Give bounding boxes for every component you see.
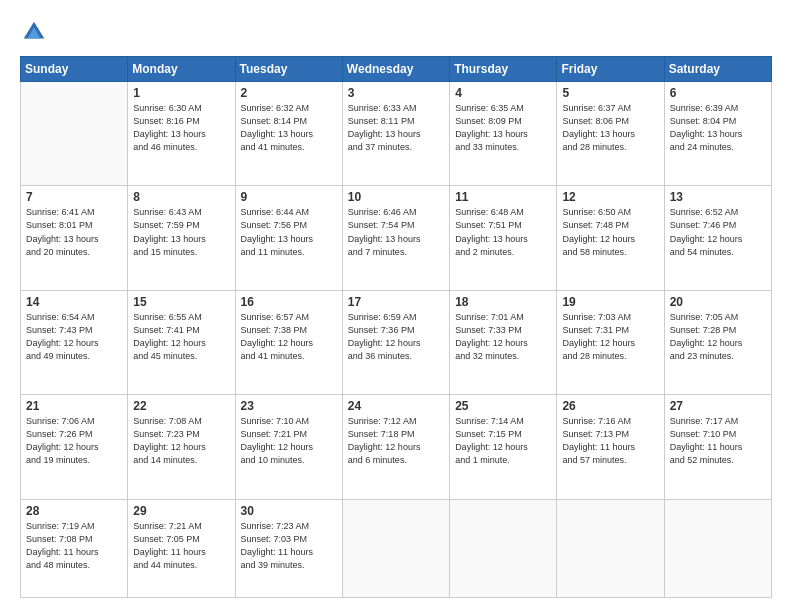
day-info: Sunrise: 7:17 AMSunset: 7:10 PMDaylight:…	[670, 415, 766, 467]
day-info: Sunrise: 6:41 AMSunset: 8:01 PMDaylight:…	[26, 206, 122, 258]
day-info: Sunrise: 6:48 AMSunset: 7:51 PMDaylight:…	[455, 206, 551, 258]
day-number: 19	[562, 295, 658, 309]
day-info: Sunrise: 7:06 AMSunset: 7:26 PMDaylight:…	[26, 415, 122, 467]
calendar-cell: 17Sunrise: 6:59 AMSunset: 7:36 PMDayligh…	[342, 290, 449, 394]
calendar-cell: 15Sunrise: 6:55 AMSunset: 7:41 PMDayligh…	[128, 290, 235, 394]
weekday-header-thursday: Thursday	[450, 57, 557, 82]
calendar-cell	[342, 499, 449, 597]
calendar-cell: 5Sunrise: 6:37 AMSunset: 8:06 PMDaylight…	[557, 82, 664, 186]
calendar-cell: 9Sunrise: 6:44 AMSunset: 7:56 PMDaylight…	[235, 186, 342, 290]
calendar-cell: 24Sunrise: 7:12 AMSunset: 7:18 PMDayligh…	[342, 395, 449, 499]
calendar-cell: 22Sunrise: 7:08 AMSunset: 7:23 PMDayligh…	[128, 395, 235, 499]
calendar-cell: 10Sunrise: 6:46 AMSunset: 7:54 PMDayligh…	[342, 186, 449, 290]
day-number: 3	[348, 86, 444, 100]
calendar-cell: 13Sunrise: 6:52 AMSunset: 7:46 PMDayligh…	[664, 186, 771, 290]
calendar-cell: 16Sunrise: 6:57 AMSunset: 7:38 PMDayligh…	[235, 290, 342, 394]
day-number: 17	[348, 295, 444, 309]
day-number: 7	[26, 190, 122, 204]
weekday-header-sunday: Sunday	[21, 57, 128, 82]
calendar-cell: 1Sunrise: 6:30 AMSunset: 8:16 PMDaylight…	[128, 82, 235, 186]
logo-icon	[20, 18, 48, 46]
calendar-cell: 8Sunrise: 6:43 AMSunset: 7:59 PMDaylight…	[128, 186, 235, 290]
day-info: Sunrise: 6:30 AMSunset: 8:16 PMDaylight:…	[133, 102, 229, 154]
day-number: 30	[241, 504, 337, 518]
calendar-cell: 12Sunrise: 6:50 AMSunset: 7:48 PMDayligh…	[557, 186, 664, 290]
week-row-5: 28Sunrise: 7:19 AMSunset: 7:08 PMDayligh…	[21, 499, 772, 597]
day-info: Sunrise: 7:10 AMSunset: 7:21 PMDaylight:…	[241, 415, 337, 467]
calendar-cell: 26Sunrise: 7:16 AMSunset: 7:13 PMDayligh…	[557, 395, 664, 499]
calendar-cell: 2Sunrise: 6:32 AMSunset: 8:14 PMDaylight…	[235, 82, 342, 186]
calendar-cell: 11Sunrise: 6:48 AMSunset: 7:51 PMDayligh…	[450, 186, 557, 290]
day-number: 11	[455, 190, 551, 204]
day-info: Sunrise: 6:52 AMSunset: 7:46 PMDaylight:…	[670, 206, 766, 258]
day-info: Sunrise: 7:08 AMSunset: 7:23 PMDaylight:…	[133, 415, 229, 467]
day-info: Sunrise: 7:03 AMSunset: 7:31 PMDaylight:…	[562, 311, 658, 363]
calendar-cell: 25Sunrise: 7:14 AMSunset: 7:15 PMDayligh…	[450, 395, 557, 499]
calendar-cell	[450, 499, 557, 597]
day-info: Sunrise: 6:37 AMSunset: 8:06 PMDaylight:…	[562, 102, 658, 154]
calendar-cell: 23Sunrise: 7:10 AMSunset: 7:21 PMDayligh…	[235, 395, 342, 499]
day-number: 25	[455, 399, 551, 413]
calendar-cell: 18Sunrise: 7:01 AMSunset: 7:33 PMDayligh…	[450, 290, 557, 394]
day-number: 6	[670, 86, 766, 100]
calendar-cell: 27Sunrise: 7:17 AMSunset: 7:10 PMDayligh…	[664, 395, 771, 499]
calendar-cell: 4Sunrise: 6:35 AMSunset: 8:09 PMDaylight…	[450, 82, 557, 186]
day-number: 2	[241, 86, 337, 100]
calendar-cell: 19Sunrise: 7:03 AMSunset: 7:31 PMDayligh…	[557, 290, 664, 394]
day-info: Sunrise: 7:14 AMSunset: 7:15 PMDaylight:…	[455, 415, 551, 467]
day-number: 28	[26, 504, 122, 518]
day-number: 22	[133, 399, 229, 413]
week-row-3: 14Sunrise: 6:54 AMSunset: 7:43 PMDayligh…	[21, 290, 772, 394]
logo	[20, 18, 52, 46]
day-number: 13	[670, 190, 766, 204]
day-number: 1	[133, 86, 229, 100]
day-number: 9	[241, 190, 337, 204]
calendar-cell: 7Sunrise: 6:41 AMSunset: 8:01 PMDaylight…	[21, 186, 128, 290]
day-info: Sunrise: 7:01 AMSunset: 7:33 PMDaylight:…	[455, 311, 551, 363]
calendar-cell: 29Sunrise: 7:21 AMSunset: 7:05 PMDayligh…	[128, 499, 235, 597]
day-info: Sunrise: 7:23 AMSunset: 7:03 PMDaylight:…	[241, 520, 337, 572]
day-info: Sunrise: 6:44 AMSunset: 7:56 PMDaylight:…	[241, 206, 337, 258]
calendar-cell: 21Sunrise: 7:06 AMSunset: 7:26 PMDayligh…	[21, 395, 128, 499]
day-number: 26	[562, 399, 658, 413]
weekday-header-monday: Monday	[128, 57, 235, 82]
day-number: 16	[241, 295, 337, 309]
calendar-cell: 28Sunrise: 7:19 AMSunset: 7:08 PMDayligh…	[21, 499, 128, 597]
day-info: Sunrise: 6:59 AMSunset: 7:36 PMDaylight:…	[348, 311, 444, 363]
day-number: 27	[670, 399, 766, 413]
day-number: 14	[26, 295, 122, 309]
calendar-cell	[21, 82, 128, 186]
day-info: Sunrise: 7:19 AMSunset: 7:08 PMDaylight:…	[26, 520, 122, 572]
day-info: Sunrise: 7:21 AMSunset: 7:05 PMDaylight:…	[133, 520, 229, 572]
calendar-cell: 6Sunrise: 6:39 AMSunset: 8:04 PMDaylight…	[664, 82, 771, 186]
weekday-header-tuesday: Tuesday	[235, 57, 342, 82]
day-number: 8	[133, 190, 229, 204]
calendar-cell: 20Sunrise: 7:05 AMSunset: 7:28 PMDayligh…	[664, 290, 771, 394]
day-info: Sunrise: 7:05 AMSunset: 7:28 PMDaylight:…	[670, 311, 766, 363]
day-number: 24	[348, 399, 444, 413]
day-info: Sunrise: 6:55 AMSunset: 7:41 PMDaylight:…	[133, 311, 229, 363]
day-info: Sunrise: 6:54 AMSunset: 7:43 PMDaylight:…	[26, 311, 122, 363]
week-row-1: 1Sunrise: 6:30 AMSunset: 8:16 PMDaylight…	[21, 82, 772, 186]
day-number: 4	[455, 86, 551, 100]
week-row-2: 7Sunrise: 6:41 AMSunset: 8:01 PMDaylight…	[21, 186, 772, 290]
day-info: Sunrise: 6:46 AMSunset: 7:54 PMDaylight:…	[348, 206, 444, 258]
day-number: 5	[562, 86, 658, 100]
day-info: Sunrise: 6:39 AMSunset: 8:04 PMDaylight:…	[670, 102, 766, 154]
calendar-cell: 3Sunrise: 6:33 AMSunset: 8:11 PMDaylight…	[342, 82, 449, 186]
header	[20, 18, 772, 46]
day-info: Sunrise: 6:43 AMSunset: 7:59 PMDaylight:…	[133, 206, 229, 258]
calendar-cell	[557, 499, 664, 597]
day-number: 15	[133, 295, 229, 309]
weekday-header-friday: Friday	[557, 57, 664, 82]
day-info: Sunrise: 6:50 AMSunset: 7:48 PMDaylight:…	[562, 206, 658, 258]
day-number: 20	[670, 295, 766, 309]
page: SundayMondayTuesdayWednesdayThursdayFrid…	[0, 0, 792, 612]
day-number: 12	[562, 190, 658, 204]
day-number: 10	[348, 190, 444, 204]
calendar-cell	[664, 499, 771, 597]
weekday-header-saturday: Saturday	[664, 57, 771, 82]
day-info: Sunrise: 7:12 AMSunset: 7:18 PMDaylight:…	[348, 415, 444, 467]
day-info: Sunrise: 7:16 AMSunset: 7:13 PMDaylight:…	[562, 415, 658, 467]
calendar-cell: 30Sunrise: 7:23 AMSunset: 7:03 PMDayligh…	[235, 499, 342, 597]
